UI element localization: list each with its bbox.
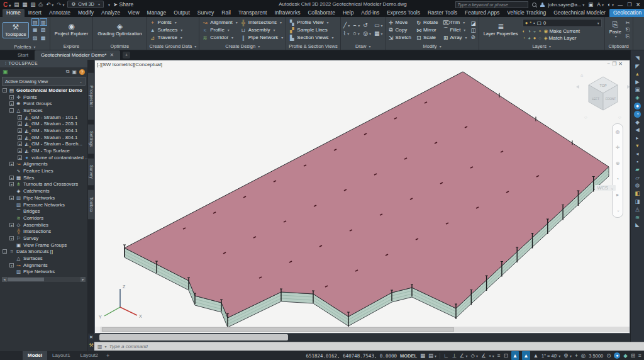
osnap-icon[interactable]: ▫▾ [489, 351, 494, 360]
fillet-button[interactable]: ⌒Fillet▾ [443, 26, 467, 34]
docked-tool-icon[interactable]: ▰ [635, 166, 640, 174]
layer-tool-icon[interactable]: ◔ [523, 35, 526, 41]
ribbon-tab-transparent[interactable]: Transparent [235, 9, 271, 17]
ribbon-tab-view[interactable]: View [124, 9, 143, 17]
layer-properties-button[interactable]: ≣ Layer Properties [482, 22, 520, 37]
close-button[interactable]: ✕ [636, 2, 641, 8]
ortho-icon[interactable]: ∠▾ [460, 351, 468, 360]
model-space-toggle[interactable]: MODEL [400, 353, 417, 359]
panel-label-create-design[interactable]: Create Design▾ [199, 43, 286, 50]
ribbon-tab-survey[interactable]: Survey [194, 9, 218, 17]
tree-item-feature-lines[interactable]: +∿Feature Lines [1, 167, 87, 174]
docked-tool-icon[interactable]: ◣ [635, 221, 640, 229]
offset-icon[interactable]: ⊘ [471, 34, 476, 40]
toolspace-view-selector[interactable]: Active Drawing View⌄ [2, 77, 86, 86]
match-properties-icon[interactable]: ⎘ [626, 33, 630, 40]
snap-icon[interactable]: ▤▾ [428, 351, 436, 360]
tab-prospector[interactable]: Prospector [88, 72, 94, 120]
docked-tool-icon[interactable]: ▾ [636, 142, 638, 150]
clean-screen-icon[interactable]: ⊞ [631, 351, 635, 360]
panel-label-draw[interactable]: Draw▾ [341, 43, 386, 50]
viewport-close-icon[interactable]: ✕ [618, 61, 625, 67]
surfaces-button[interactable]: ▲Surfaces▾ [150, 27, 183, 33]
ribbon-tab-addins[interactable]: Add-ins [357, 9, 383, 17]
help-round-icon[interactable]: ? [79, 69, 85, 75]
tree-item-ds-pipe-networks[interactable]: +▥Pipe Networks [1, 269, 87, 276]
tab-toolbox[interactable]: Toolbox [88, 189, 94, 220]
restore-button[interactable]: ❐ [627, 2, 632, 8]
ribbon-tab-manage[interactable]: Manage [143, 9, 170, 17]
tree-item-surface[interactable]: +◭GM - Stratum - 804.1 [1, 134, 87, 141]
profile-view-button[interactable]: ▚Profile View▾ [289, 20, 333, 26]
viewcube-rotate-left-icon[interactable] [576, 85, 579, 89]
docked-tool-icon[interactable]: ◂ [636, 150, 638, 158]
layer-tool-icon[interactable]: ◕ [528, 35, 531, 41]
hatch-icon[interactable]: ▦▾ [374, 30, 383, 38]
corridor-button[interactable]: ≋Corridor▾ [202, 35, 238, 41]
isodraft-icon[interactable]: ∡ [481, 351, 486, 360]
panel-label-create-ground-data[interactable]: Create Ground Data▾ [147, 43, 199, 50]
viewport-maximize-icon[interactable]: ❐ [612, 61, 618, 67]
panel-label-modify[interactable]: Modify▾ [386, 43, 479, 50]
workspace-switch-icon[interactable]: ⚙▾ [564, 351, 572, 360]
tree-item-surface[interactable]: +◭GM - Stratum - Boreh... [1, 141, 87, 148]
tree-item-view-frame-groups[interactable]: +▣View Frame Groups [1, 242, 87, 249]
orbit-icon[interactable]: ◔ [616, 176, 619, 182]
docked-tool-icon[interactable]: ▱ [635, 174, 640, 182]
file-tab-start[interactable]: Start [11, 50, 35, 60]
paste-button[interactable]: ⎘ Paste▾ [608, 20, 623, 40]
points-button[interactable]: +Points▾ [150, 20, 183, 26]
panel-label-clipboard[interactable]: Clipboard [605, 43, 633, 50]
docked-tool-icon[interactable]: ▶ [635, 78, 640, 86]
viewport-label[interactable]: [-][SW Isometric][Conceptual] [97, 62, 162, 67]
circle-icon[interactable]: ○▾ [353, 30, 360, 38]
panel-label-layers[interactable]: Layers▾ [479, 43, 604, 50]
docked-tool-icon[interactable]: ◀ [635, 126, 640, 134]
qat-overflow-icon[interactable]: ▾ [107, 0, 110, 9]
viewport-horizontal-scrollbar[interactable] [95, 327, 630, 332]
tray-icon[interactable]: ◆ [623, 351, 628, 360]
app-store-icon[interactable]: ▣ [588, 0, 593, 9]
layer-tool-icon[interactable]: ◐ [523, 28, 526, 34]
ribbon-tab-analyze[interactable]: Analyze [97, 9, 124, 17]
scroll-right-icon[interactable]: ▸ [80, 277, 86, 282]
help-icon[interactable]: ◐▾ [608, 0, 614, 9]
top-surface-face[interactable] [125, 72, 609, 318]
layer-tool-icon[interactable]: ◓ [538, 28, 541, 34]
panel-label-profile-section-views[interactable]: Profile & Section Views [286, 43, 340, 50]
layer-tool-icon[interactable]: ◌ [538, 35, 541, 41]
tree-item-assemblies[interactable]: +◇Assemblies [1, 222, 87, 228]
sample-lines-button[interactable]: ▞Sample Lines [289, 27, 333, 33]
tree-item-catchments[interactable]: +◈Catchments [1, 188, 87, 194]
docked-tool-icon[interactable]: ◥ [635, 54, 640, 62]
layer-tool-icon[interactable]: ◑ [528, 28, 531, 34]
layout-tab-layout2[interactable]: Layout2 [75, 351, 103, 360]
tree-item-pipe-networks[interactable]: +▥Pipe Networks [1, 194, 87, 201]
account-name[interactable]: john.sayre@a...▾ [548, 2, 585, 8]
tree-item-corridors[interactable]: +≋Corridors [1, 215, 87, 222]
view-cube[interactable]: ⌂ TOP LEFT FRONT ◇ ◇ [576, 73, 630, 119]
docked-tool-icon[interactable]: ▸ [636, 134, 638, 142]
minimize-button[interactable]: — [618, 2, 623, 8]
open-icon[interactable]: ▦ [22, 0, 27, 9]
scale-button[interactable]: ⊡Scale [416, 35, 438, 41]
make-current-button[interactable]: ◉ Make Current [544, 28, 580, 34]
grading-optimization-button[interactable]: ◈ Grading Optimization [96, 22, 143, 37]
units-icon[interactable]: ⊙ [606, 351, 611, 360]
tree-item-sites[interactable]: +▦Sites [1, 174, 87, 181]
dynamic-ucs-icon[interactable]: ▲ [522, 351, 530, 360]
isolate-objects-icon[interactable]: ◎ [581, 351, 586, 360]
ribbon-tab-featured-apps[interactable]: Featured Apps [461, 9, 503, 17]
preview-toggle-icon[interactable]: ▣ [72, 69, 77, 75]
new-tab-button[interactable]: + [123, 52, 130, 59]
docked-tool-icon[interactable]: ◈ [635, 94, 640, 102]
docked-tool-icon[interactable]: ◆ [635, 118, 640, 127]
tree-item-survey[interactable]: +⚐Survey [1, 235, 87, 242]
viewcube-top-label[interactable]: TOP [599, 84, 607, 87]
command-wrench-icon[interactable]: ⚒ [89, 342, 93, 348]
settings-palette-icon[interactable]: ▥ [40, 18, 47, 26]
tree-item-ds-alignments[interactable]: +↝Alignments [1, 262, 87, 269]
tree-item-volume-surface[interactable]: +●volume of contaminated ... [1, 154, 87, 161]
ribbon-tab-annotate[interactable]: Annotate [45, 9, 74, 17]
docked-tool-icon[interactable]: ◨ [635, 198, 640, 206]
